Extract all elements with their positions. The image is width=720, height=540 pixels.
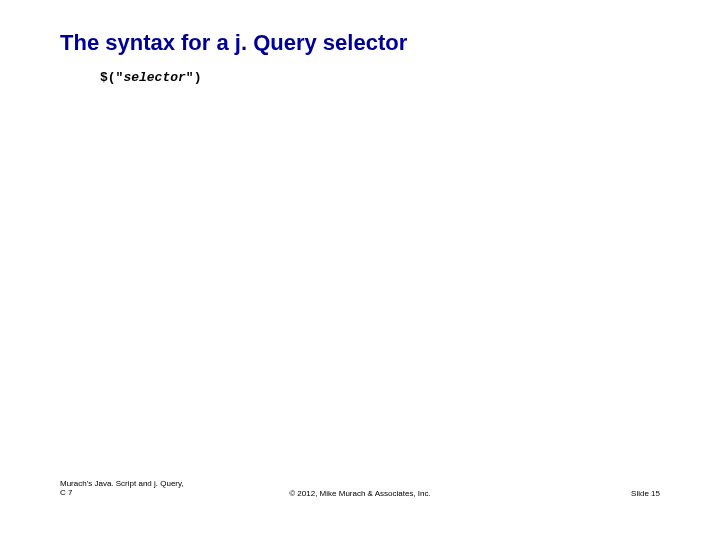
slide-heading: The syntax for a j. Query selector (60, 30, 720, 56)
code-prefix: $(" (100, 70, 123, 85)
footer-copyright: © 2012, Mike Murach & Associates, Inc. (289, 489, 431, 498)
footer-slide-number: Slide 15 (631, 489, 660, 498)
footer-left: Murach's Java. Script and j. Query, C 7 (60, 479, 184, 498)
slide-container: The syntax for a j. Query selector $("se… (0, 0, 720, 540)
footer-chapter: C 7 (60, 488, 184, 498)
code-syntax: $("selector") (100, 70, 720, 85)
footer-book-title: Murach's Java. Script and j. Query, (60, 479, 184, 489)
code-suffix: ") (186, 70, 202, 85)
code-selector-placeholder: selector (123, 70, 185, 85)
